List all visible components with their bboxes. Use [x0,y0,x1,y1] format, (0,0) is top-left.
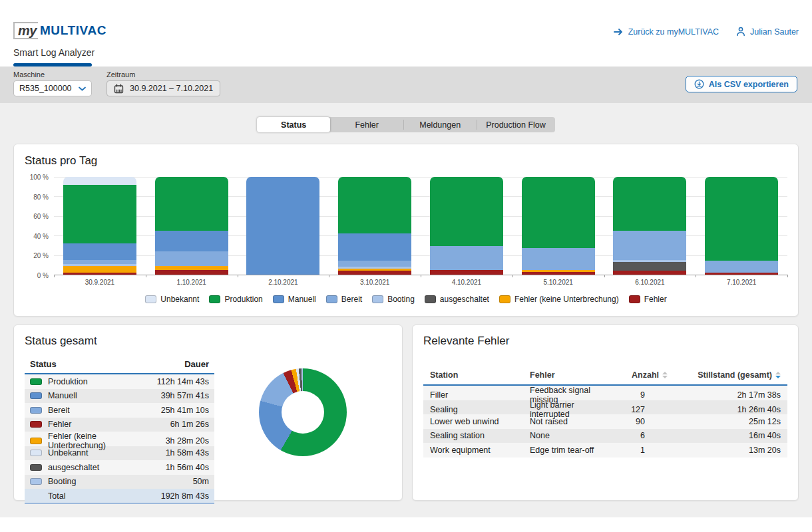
bar-segment-bereit [338,261,411,267]
status-column-header: Status [30,359,134,369]
station-column-header: Station [430,370,530,380]
stacked-bar [430,177,503,275]
maschine-value: R535_100000 [19,84,72,93]
bar-segment-bereit [613,231,686,260]
stacked-bar [338,177,411,275]
fehler-row: Work equipmentEdge trim tear-off113m 20s [423,443,787,458]
legend-item-fehler[interactable]: Fehler [629,295,667,304]
legend-item-ausgeschaltet[interactable]: ausgeschaltet [425,295,489,304]
bar-group [329,177,421,275]
dauer-value: 6h 1m 26s [134,420,209,429]
stacked-bar [63,177,136,275]
zeitraum-label: Zeitraum [106,70,220,78]
user-menu[interactable]: Julian Sauter [736,27,799,37]
bar-group [238,177,329,275]
status-cell: ausgeschaltet [30,463,134,472]
zeitraum-value: 30.9.2021 – 7.10.2021 [130,84,213,93]
legend-label: Produktion [224,295,262,304]
bar-segment-produktion [522,177,595,248]
status-label: ausgeschaltet [48,463,99,472]
stacked-bar [155,177,228,275]
status-label: Fehler [48,420,71,429]
tab-meldungen[interactable]: Meldungen [403,117,477,132]
bar-segment-manuell [246,177,319,275]
legend-swatch [326,295,337,303]
status-cell: Fehler [30,420,134,429]
calendar-icon [114,84,124,94]
status-row-produktion: Produktion112h 14m 43s [25,374,214,389]
tab-status[interactable]: Status [257,117,330,132]
fehler-row: Lower web unwindNot raised9025m 12s [423,414,787,429]
status-donut-chart [259,368,347,456]
export-csv-button[interactable]: Als CSV exportieren [686,76,797,92]
axis-tick [421,275,421,277]
sort-icon[interactable] [662,372,668,378]
anzahl-cell: 6 [601,431,668,440]
anzahl-column-header[interactable]: Anzahl [601,370,668,380]
export-csv-label: Als CSV exportieren [709,80,789,89]
zeitraum-field[interactable]: 30.9.2021 – 7.10.2021 [106,80,220,96]
back-to-mymultivac-link[interactable]: Zurück zu myMULTIVAC [614,27,719,37]
station-cell: Sealing [430,405,530,414]
bar-segment-manuell [63,243,136,260]
logo-my-text: my [18,23,37,39]
x-axis-label: 1.10.2021 [146,279,238,286]
bar-group [421,177,512,275]
dauer-value: 3h 28m 20s [134,436,209,446]
x-axis-label: 6.10.2021 [604,279,696,286]
tab-production-flow[interactable]: Production Flow [477,117,555,132]
relevante-fehler-card: Relevante Fehler Station Fehler Anzahl S… [412,325,799,501]
bar-group [696,177,787,275]
axis-tick [512,275,513,277]
legend-label: Fehler (keine Unterbrechung) [514,295,619,304]
bar-group [512,177,604,275]
fehler-cell: Edge trim tear-off [530,446,601,455]
fehler-cell: Light barrier interrupted [530,400,601,419]
stacked-bar [522,177,595,275]
status-gesamt-card: Status gesamt Status Dauer Produktion112… [13,325,403,501]
tab-fehler[interactable]: Fehler [330,117,403,132]
bar-segment-produktion [63,185,136,243]
legend-item-bereit[interactable]: Bereit [326,295,362,304]
total-label: Total [30,491,134,501]
logo-brand-text: MULTIVAC [40,23,106,38]
legend-item-booting[interactable]: Booting [372,295,415,304]
user-icon [736,27,745,37]
status-swatch [30,421,42,428]
status-cell: Bereit [30,406,134,415]
axis-tick [54,275,55,277]
mymultivac-logo[interactable]: my MULTIVAC [13,22,106,39]
bar-segment-produktion [155,177,228,231]
maschine-select[interactable]: R535_100000 [13,80,92,96]
relevante-fehler-table: Station Fehler Anzahl Stillstand (gesamt… [423,368,787,458]
status-row-fehler: Fehler6h 1m 26s [25,418,214,432]
legend-item-produktion[interactable]: Produktion [209,295,262,304]
stacked-bar [705,177,778,275]
content-area: StatusFehlerMeldungenProduction Flow Sta… [0,103,812,517]
bar-segment-bereit [430,246,503,269]
legend-item-manuell[interactable]: Manuell [273,295,316,304]
bar-segment-produktion [705,177,778,261]
y-tick-label: 100 % [30,174,49,181]
stillstand-cell: 2h 17m 38s [668,390,781,400]
status-row-unbekannt: Unbekannt1h 58m 43s [25,446,214,461]
axis-tick [787,275,788,277]
dauer-column-header: Dauer [134,359,209,369]
fehler-cell: None [530,431,601,440]
app-tab[interactable]: Smart Log Analyzer [13,47,95,66]
stillstand-column-header[interactable]: Stillstand (gesamt) [668,370,781,380]
status-pro-tag-card: Status pro Tag 100 %80 %60 %40 %20 %0 % … [13,144,799,317]
arrow-right-icon [614,28,624,36]
status-swatch [30,392,42,399]
legend-swatch [372,295,383,303]
status-row-booting: Booting50m [25,475,214,489]
chevron-down-icon [79,86,86,91]
sort-desc-icon[interactable] [775,372,781,378]
legend-item-fehler_ku[interactable]: Fehler (keine Unterbrechung) [499,295,619,304]
stillstand-cell: 25m 12s [668,417,781,426]
status-label: Unbekannt [48,448,88,458]
legend-swatch [499,295,510,303]
legend-item-unbekannt[interactable]: Unbekannt [145,295,199,304]
bar-group [146,177,238,275]
bar-segment-manuell [338,233,411,261]
